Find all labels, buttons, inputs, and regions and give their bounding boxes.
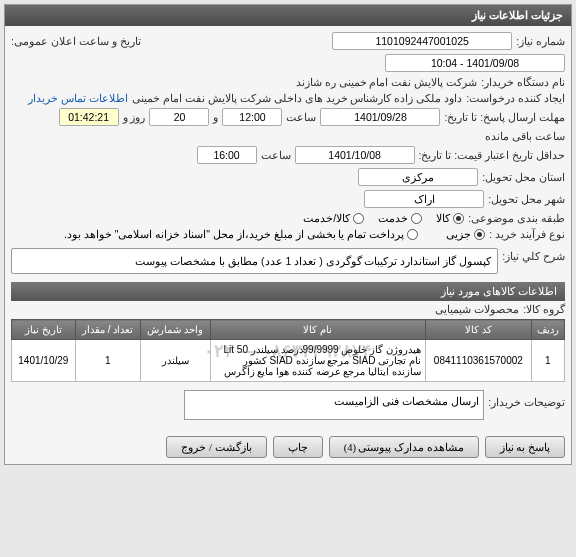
contact-link[interactable]: اطلاعات تماس خریدار	[28, 92, 128, 104]
need-number-value: 1101092447001025	[332, 32, 512, 50]
need-details-panel: جزئیات اطلاعات نیاز شماره نیاز: 11010924…	[4, 4, 572, 465]
cell-unit: سیلندر	[140, 340, 210, 382]
table-row[interactable]: 1 0841110361570002 هیدروژن گاز خلوص 99/9…	[12, 340, 565, 382]
desc-label: شرح کلي نياز:	[502, 244, 565, 262]
radio-goods[interactable]: کالا	[436, 212, 464, 224]
day-label: روز و	[123, 111, 146, 123]
province-label: استان محل تحویل:	[482, 171, 565, 183]
group-value: محصولات شیمیایی	[435, 303, 519, 315]
desc-text: کپسول گاز استاندارد ترکیبات گوگردی ( تعد…	[11, 248, 498, 274]
deadline-label: مهلت ارسال پاسخ: تا تاریخ:	[444, 111, 565, 123]
group-label: گروه کالا:	[523, 303, 565, 315]
remaining-time: 01:42:21	[59, 108, 119, 126]
public-date-label: تاریخ و ساعت اعلان عمومی:	[11, 35, 141, 47]
th-unit: واحد شمارش	[140, 320, 210, 340]
th-need-date: تاریخ نیاز	[12, 320, 76, 340]
cell-code: 0841110361570002	[426, 340, 532, 382]
time-label-2: ساعت	[261, 149, 291, 161]
requester-label: ایجاد کننده درخواست:	[466, 92, 565, 104]
deadline-time: 12:00	[222, 108, 282, 126]
buyer-note-label: توضیحات خریدار:	[488, 390, 565, 408]
th-row: ردیف	[531, 320, 564, 340]
category-radios: کالا خدمت کالا/خدمت	[303, 212, 464, 224]
th-code: کد کالا	[426, 320, 532, 340]
buyer-note-value: ارسال مشخصات فنی الزامیست	[184, 390, 484, 420]
th-qty: تعداد / مقدار	[75, 320, 140, 340]
radio-treasury[interactable]: پرداخت تمام یا بخشی از مبلغ خرید،از محل …	[64, 228, 418, 240]
remaining-label: ساعت باقی مانده	[485, 130, 565, 142]
panel-title: جزئیات اطلاعات نیاز	[5, 5, 571, 26]
validity-date: 1401/10/08	[295, 146, 415, 164]
footer-buttons: پاسخ به نیاز مشاهده مدارک پیوستی (4) چاپ…	[5, 430, 571, 464]
radio-partial[interactable]: جزیی	[446, 228, 485, 240]
time-label-1: ساعت	[286, 111, 316, 123]
process-label: نوع فرآیند خرید :	[489, 228, 565, 240]
requester-value: داود ملکی زاده کارشناس خرید های داخلی شر…	[132, 92, 462, 104]
city-label: شهر محل تحویل:	[488, 193, 565, 205]
province-value: مرکزی	[358, 168, 478, 186]
items-table: ردیف کد کالا نام کالا واحد شمارش تعداد /…	[11, 319, 565, 382]
validity-time: 16:00	[197, 146, 257, 164]
exit-button[interactable]: بازگشت / خروج	[166, 436, 266, 458]
city-value: اراک	[364, 190, 484, 208]
public-date-value: 1401/09/08 - 10:04	[385, 54, 565, 72]
and-label: و	[213, 111, 218, 123]
radio-service[interactable]: خدمت	[378, 212, 422, 224]
cell-row: 1	[531, 340, 564, 382]
cell-need-date: 1401/10/29	[12, 340, 76, 382]
respond-button[interactable]: پاسخ به نیاز	[485, 436, 565, 458]
category-label: طبقه بندی موضوعی:	[468, 212, 565, 224]
deadline-date: 1401/09/28	[320, 108, 440, 126]
items-header: اطلاعات کالاهای مورد نیاز	[11, 282, 565, 301]
buyer-org-label: نام دستگاه خریدار:	[481, 76, 565, 88]
buyer-org-value: شرکت پالایش نفت امام خمینی ره شازند	[296, 76, 478, 88]
print-button[interactable]: چاپ	[273, 436, 323, 458]
th-name: نام کالا	[210, 320, 426, 340]
cell-qty: 1	[75, 340, 140, 382]
validity-label: حداقل تاریخ اعتبار قیمت: تا تاریخ:	[419, 149, 565, 161]
need-number-label: شماره نیاز:	[516, 35, 565, 47]
cell-name: هیدروژن گاز خلوص 99/9999درصد سیلندر Lit …	[210, 340, 426, 382]
attachments-button[interactable]: مشاهده مدارک پیوستی (4)	[329, 436, 479, 458]
radio-goods-service[interactable]: کالا/خدمت	[303, 212, 364, 224]
days-value: 20	[149, 108, 209, 126]
